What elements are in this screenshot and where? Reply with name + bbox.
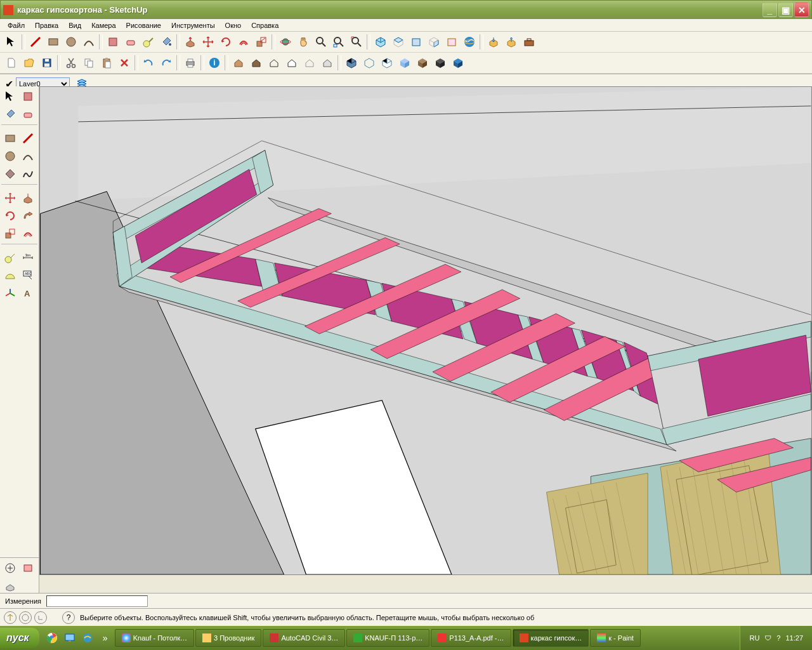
taskbar-task-6[interactable]: к - Paint	[590, 629, 641, 647]
tray-help-icon[interactable]: ?	[776, 634, 780, 642]
get-models-tool[interactable]	[485, 34, 502, 50]
save-file-tool[interactable]	[39, 55, 55, 71]
text-tool-side[interactable]: ABC	[20, 267, 36, 284]
house-mono-tool[interactable]	[319, 55, 336, 71]
taskbar-task-0[interactable]: Knauf - Потолк…	[115, 629, 194, 647]
top-view-tool[interactable]	[390, 34, 407, 50]
menu-tools[interactable]: Инструменты	[166, 20, 220, 30]
section-tool[interactable]	[2, 560, 18, 576]
quicklaunch-expand-icon[interactable]: »	[98, 631, 112, 645]
quicklaunch-chrome-icon[interactable]	[45, 631, 59, 645]
iso-view-tool[interactable]	[372, 34, 389, 50]
component-tool-side[interactable]	[20, 88, 36, 105]
xray-tool[interactable]	[343, 55, 360, 71]
status-icon-3[interactable]	[34, 611, 47, 624]
status-icon-2[interactable]	[19, 611, 32, 624]
textured-face-tool[interactable]	[414, 55, 431, 71]
taskbar-task-4[interactable]: P113_A-A.pdf -…	[431, 629, 511, 647]
house-shaded-tool[interactable]	[248, 55, 265, 71]
arc-tool-side[interactable]	[20, 148, 36, 164]
shaded-face-tool[interactable]	[396, 55, 413, 71]
mono-face-tool[interactable]	[432, 55, 449, 71]
tray-lang[interactable]: RU	[749, 634, 759, 642]
start-button[interactable]: пуск	[0, 628, 39, 648]
close-button[interactable]: ✕	[794, 3, 809, 17]
line-tool[interactable]	[27, 34, 44, 50]
rotate-tool-side[interactable]	[2, 208, 18, 224]
menu-draw[interactable]: Рисование	[121, 20, 166, 30]
pushpull-tool-side[interactable]	[20, 190, 36, 206]
circle-tool[interactable]	[63, 34, 79, 50]
delete-tool[interactable]	[116, 55, 133, 71]
status-help-icon[interactable]: ?	[62, 611, 75, 624]
tape-measure-tool[interactable]	[140, 34, 157, 50]
back-view-tool[interactable]	[443, 34, 460, 50]
dimension-tool-side[interactable]: 3m	[20, 249, 36, 266]
rectangle-tool[interactable]	[45, 34, 62, 50]
protractor-tool-side[interactable]	[2, 267, 18, 284]
maximize-button[interactable]: ▣	[778, 3, 793, 17]
right-view-tool[interactable]	[426, 34, 442, 50]
offset-tool-side[interactable]	[20, 225, 36, 242]
rotate-tool[interactable]	[218, 34, 234, 50]
section-display-tool[interactable]	[20, 560, 36, 576]
offset-tool[interactable]	[235, 34, 252, 50]
move-tool-side[interactable]	[2, 190, 18, 206]
front-view-tool[interactable]	[408, 34, 424, 50]
measurements-input[interactable]	[46, 595, 148, 607]
zoom-window-tool[interactable]	[331, 34, 347, 50]
cut-tool[interactable]	[63, 55, 79, 71]
axes-tool-side[interactable]	[2, 285, 18, 302]
toolbox-tool[interactable]	[521, 34, 537, 50]
house-wire-tool[interactable]	[266, 55, 282, 71]
scale-tool-side[interactable]	[2, 225, 18, 242]
hiddenline-face-tool[interactable]	[379, 55, 395, 71]
house-hidden-tool[interactable]	[284, 55, 300, 71]
taskbar-task-3[interactable]: KNAUF-П 113-р…	[346, 629, 429, 647]
freehand-tool-side[interactable]	[20, 166, 36, 182]
undo-tool[interactable]	[140, 55, 157, 71]
pan-tool[interactable]	[295, 34, 311, 50]
menu-help[interactable]: Справка	[246, 20, 284, 30]
paste-tool[interactable]	[98, 55, 115, 71]
orbit-tool[interactable]	[277, 34, 294, 50]
push-pull-tool[interactable]	[182, 34, 199, 50]
menu-view[interactable]: Вид	[63, 20, 86, 30]
new-file-tool[interactable]	[3, 55, 20, 71]
make-component-tool[interactable]	[105, 34, 121, 50]
select-tool-side[interactable]	[2, 88, 18, 105]
quicklaunch-desktop-icon[interactable]	[63, 631, 77, 645]
scale-tool[interactable]	[253, 34, 270, 50]
menu-camera[interactable]: Камера	[86, 20, 121, 30]
redo-tool[interactable]	[158, 55, 174, 71]
tape-tool-side[interactable]	[2, 249, 18, 266]
menu-window[interactable]: Окно	[220, 20, 247, 30]
arc-tool[interactable]	[81, 34, 97, 50]
minimize-button[interactable]: _	[763, 3, 777, 17]
open-file-tool[interactable]	[21, 55, 37, 71]
followme-tool-side[interactable]	[20, 208, 36, 224]
model-info-tool[interactable]: i	[206, 55, 223, 71]
menu-file[interactable]: Файл	[3, 20, 30, 30]
circle-tool-side[interactable]	[2, 148, 18, 164]
taskbar-task-2[interactable]: AutoCAD Civil 3…	[263, 629, 345, 647]
zoom-tool[interactable]	[313, 34, 329, 50]
3dtext-tool-side[interactable]: A	[20, 285, 36, 302]
share-model-tool[interactable]	[503, 34, 520, 50]
copy-tool[interactable]	[81, 55, 97, 71]
googleearth-tool[interactable]	[461, 34, 478, 50]
zoom-extents-tool[interactable]	[348, 34, 365, 50]
house-iso-tool[interactable]	[230, 55, 247, 71]
tray-shield-icon[interactable]: 🛡	[764, 634, 771, 642]
face-style-tool[interactable]	[450, 55, 466, 71]
menu-edit[interactable]: Правка	[30, 20, 63, 30]
taskbar-task-5[interactable]: каркас гипсок…	[513, 629, 589, 647]
paint-tool-side[interactable]	[2, 106, 18, 123]
status-icon-1[interactable]	[4, 611, 16, 624]
wireframe-face-tool[interactable]	[361, 55, 377, 71]
house-outline-tool[interactable]	[301, 55, 318, 71]
taskbar-task-1[interactable]: 3 Проводник	[195, 629, 261, 647]
section-cut-tool[interactable]	[2, 578, 18, 594]
eraser-tool-side[interactable]	[20, 106, 36, 123]
print-tool[interactable]	[182, 55, 199, 71]
